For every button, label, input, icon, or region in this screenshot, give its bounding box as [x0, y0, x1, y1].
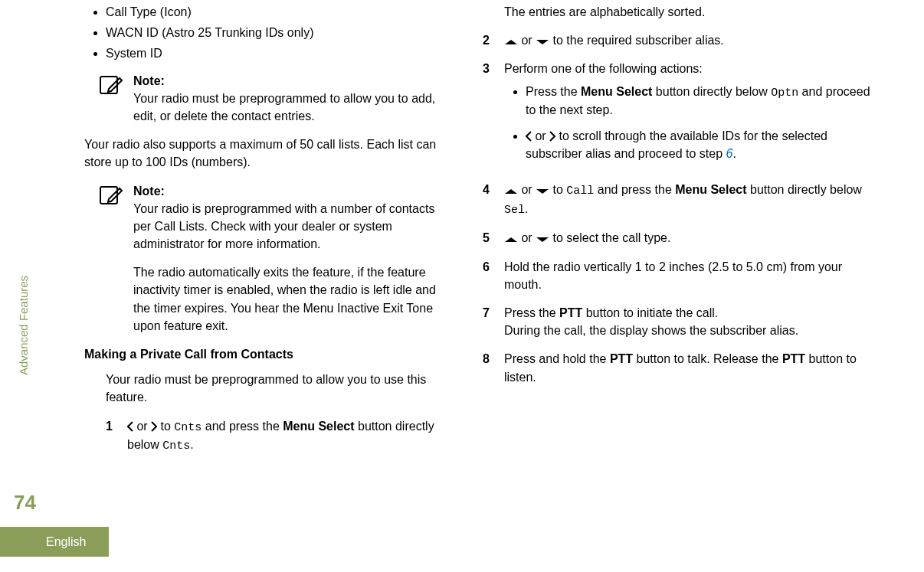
note-body: Note: Your radio is preprogrammed with a… [133, 182, 437, 335]
text: or [532, 129, 549, 142]
step-body: or to select the call type. [504, 229, 873, 247]
text: to [157, 420, 174, 433]
paragraph: Your radio also supports a maximum of 50… [84, 136, 437, 171]
softkey-cnts: Cnts [174, 421, 202, 434]
step-number: 2 [483, 31, 493, 49]
list-item: or to scroll through the available IDs f… [526, 127, 873, 162]
text: button to talk. Release the [633, 352, 782, 365]
step: 8 Press and hold the PTT button to talk.… [483, 350, 873, 385]
nav-up-icon [504, 38, 518, 46]
step: 7 Press the PTT button to initiate the c… [483, 304, 873, 339]
nav-left-icon [127, 421, 133, 432]
note-title: Note: [133, 182, 437, 200]
ptt-label: PTT [610, 352, 633, 365]
note-title: Note: [133, 72, 437, 90]
left-column: Call Type (Icon) WACN ID (Astro 25 Trunk… [46, 3, 437, 572]
text: to select the call type. [549, 231, 670, 244]
note-block: Note: Your radio must be preprogrammed t… [98, 72, 437, 126]
step-number: 4 [483, 181, 493, 219]
language-tab: English [0, 527, 109, 557]
list-item: Press the Menu Select button directly be… [526, 83, 873, 119]
step-body: Hold the radio vertically 1 to 2 inches … [504, 258, 873, 293]
step-number: 7 [483, 304, 493, 339]
text: Press the [504, 306, 559, 319]
step-head: Perform one of the following actions: [504, 60, 873, 77]
action-list: Press the Menu Select button directly be… [526, 83, 873, 162]
step-number: 5 [483, 229, 493, 247]
nav-down-icon [536, 38, 549, 46]
text: During the call, the display shows the s… [504, 324, 798, 337]
text: or [518, 34, 536, 47]
note-text: Your radio is preprogrammed with a numbe… [133, 200, 437, 253]
side-rail: Advanced Features 74 [0, 0, 46, 572]
step-body: or to Call and press the Menu Select but… [504, 181, 873, 219]
step-number: 6 [483, 258, 493, 293]
right-column: The entries are alphabetically sorted. 2… [483, 3, 873, 572]
note-edit-icon [98, 72, 124, 98]
text: Press the [526, 85, 581, 98]
note-body: Note: Your radio must be preprogrammed t… [133, 72, 437, 126]
text: to scroll through the available IDs for … [526, 129, 827, 160]
text: . [732, 147, 736, 160]
text: button directly below [652, 85, 771, 98]
ptt-label: PTT [559, 306, 582, 319]
menu-select-label: Menu Select [675, 183, 746, 196]
text: to [549, 183, 566, 196]
paragraph: The entries are alphabetically sorted. [504, 3, 873, 21]
text: Press and hold the [504, 352, 610, 365]
softkey-optn: Optn [771, 87, 798, 100]
list-item: WACN ID (Astro 25 Trunking IDs only) [106, 24, 437, 41]
text: or [518, 231, 536, 244]
step-body: Perform one of the following actions: Pr… [504, 60, 873, 170]
text: or [133, 420, 151, 433]
nav-up-icon [504, 236, 518, 244]
content-columns: Call Type (Icon) WACN ID (Astro 25 Trunk… [46, 0, 886, 572]
text: button directly below [747, 183, 862, 196]
text: and press the [202, 420, 283, 433]
page: Advanced Features 74 English Call Type (… [0, 0, 924, 572]
ptt-label: PTT [782, 352, 805, 365]
list-item: Call Type (Icon) [106, 3, 437, 21]
text: to the required subscriber alias. [549, 34, 724, 47]
text: . [525, 202, 528, 215]
softkey-call: Call [566, 185, 594, 198]
nav-right-icon [549, 131, 555, 142]
field-list: Call Type (Icon) WACN ID (Astro 25 Trunk… [106, 3, 437, 63]
softkey-sel: Sel [504, 204, 525, 217]
note-text: The radio automatically exits the featur… [133, 263, 437, 335]
menu-select-label: Menu Select [283, 420, 354, 433]
step-body: or to the required subscriber alias. [504, 31, 873, 49]
section-heading: Making a Private Call from Contacts [84, 345, 437, 363]
nav-down-icon [536, 236, 549, 244]
step-number: 1 [106, 417, 116, 456]
step-body: or to Cnts and press the Menu Select but… [127, 417, 437, 456]
step-number: 3 [483, 60, 493, 170]
text: and press the [594, 183, 675, 196]
step: 4 or to Call and press the Menu Select b… [483, 181, 873, 219]
step-body: Press the PTT button to initiate the cal… [504, 304, 873, 339]
nav-left-icon [526, 131, 532, 142]
step-body: Press and hold the PTT button to talk. R… [504, 350, 873, 385]
nav-down-icon [536, 188, 549, 195]
text: or [518, 183, 536, 196]
section-label: Advanced Features [15, 276, 32, 375]
step: 6 Hold the radio vertically 1 to 2 inche… [483, 258, 873, 293]
page-number: 74 [14, 489, 36, 518]
text: button to initiate the call. [582, 306, 718, 319]
softkey-cnts: Cnts [162, 440, 190, 453]
nav-right-icon [151, 421, 157, 432]
nav-up-icon [504, 188, 518, 195]
note-edit-icon [98, 182, 124, 208]
step: 2 or to the required subscriber alias. [483, 31, 873, 49]
step: 1 or to Cnts and press the Menu Select b… [106, 417, 437, 456]
list-item: System ID [106, 44, 437, 62]
note-text: Your radio must be preprogrammed to allo… [133, 90, 437, 125]
intro-paragraph: Your radio must be preprogrammed to allo… [106, 371, 437, 406]
step: 3 Perform one of the following actions: … [483, 60, 873, 170]
step-number: 8 [483, 350, 493, 385]
step: 5 or to select the call type. [483, 229, 873, 247]
text: . [190, 438, 193, 451]
menu-select-label: Menu Select [581, 85, 652, 98]
note-block: Note: Your radio is preprogrammed with a… [98, 182, 437, 335]
